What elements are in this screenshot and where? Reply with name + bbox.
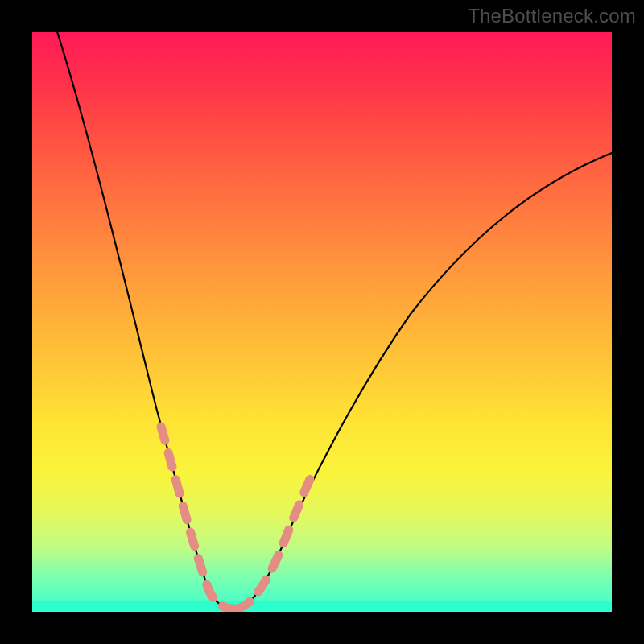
bottleneck-curve [55,32,612,609]
curve-svg [32,32,612,612]
highlight-dots-left [161,427,237,609]
highlight-dots-right [237,479,310,609]
plot-area [32,32,612,612]
watermark-text: TheBottleneck.com [468,5,636,27]
chart-frame: TheBottleneck.com [0,0,644,644]
